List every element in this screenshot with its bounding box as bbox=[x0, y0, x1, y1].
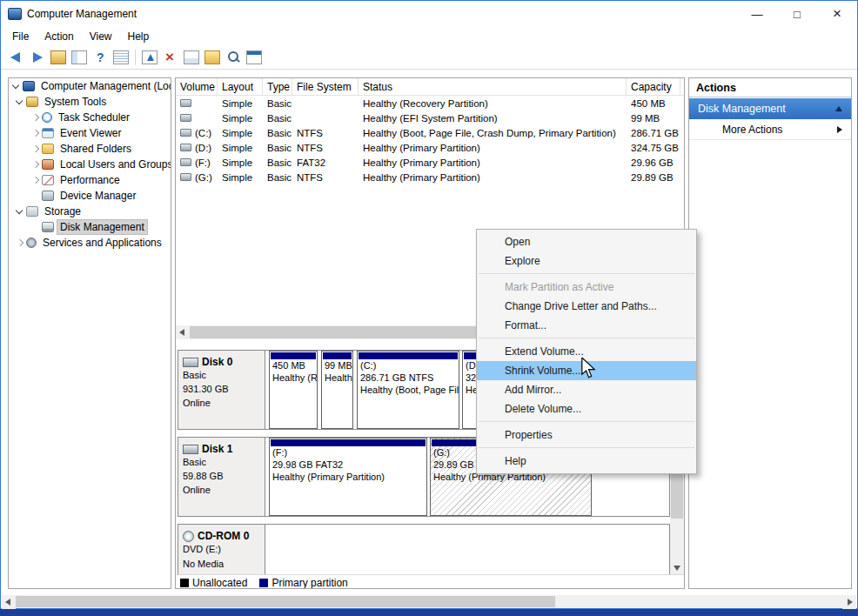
minimize-button[interactable]: — bbox=[737, 1, 777, 27]
menu-action[interactable]: Action bbox=[37, 29, 81, 44]
expand-chevron-icon[interactable] bbox=[30, 128, 42, 138]
partition-color-bar bbox=[323, 352, 352, 359]
expand-chevron-icon bbox=[30, 222, 42, 232]
column-header-layout[interactable]: Layout bbox=[218, 78, 263, 95]
show-console-tree-icon[interactable] bbox=[71, 50, 87, 64]
export-list-icon[interactable] bbox=[113, 50, 129, 64]
column-header-volume[interactable]: Volume bbox=[176, 78, 218, 95]
volume-row[interactable]: (D:) Simple Basic NTFS Healthy (Primary … bbox=[176, 140, 684, 155]
expand-chevron-icon[interactable] bbox=[30, 159, 42, 170]
expand-chevron-icon[interactable] bbox=[10, 81, 23, 91]
menu-item-explore[interactable]: Explore bbox=[477, 251, 696, 271]
cell-layout: Simple bbox=[218, 128, 263, 138]
find-icon[interactable] bbox=[225, 50, 241, 64]
menu-item-properties[interactable]: Properties bbox=[477, 425, 696, 445]
cell-capacity: 99 MB bbox=[627, 113, 680, 124]
cell-volume bbox=[176, 99, 218, 107]
menu-file[interactable]: File bbox=[4, 29, 37, 44]
tree-item-device-manager[interactable]: Device Manager bbox=[9, 188, 171, 204]
collapse-chevron-icon[interactable] bbox=[835, 106, 842, 111]
storage-icon bbox=[26, 206, 38, 217]
taskbar-strip bbox=[0, 609, 858, 616]
menu-item-add-mirror[interactable]: Add Mirror... bbox=[477, 380, 696, 399]
properties-icon[interactable] bbox=[184, 50, 199, 64]
tree-item-storage[interactable]: Storage bbox=[9, 204, 171, 219]
close-button[interactable]: × bbox=[817, 1, 857, 27]
disk-type: Basic bbox=[183, 456, 261, 469]
cell-file-system: NTFS bbox=[292, 128, 359, 138]
volume-row[interactable]: (G:) Simple Basic NTFS Healthy (Primary … bbox=[176, 170, 684, 184]
maximize-button[interactable]: □ bbox=[777, 1, 817, 27]
cell-capacity: 450 MB bbox=[627, 98, 680, 109]
column-header-type[interactable]: Type bbox=[263, 78, 292, 95]
forward-icon[interactable] bbox=[30, 50, 45, 64]
menu-view[interactable]: View bbox=[82, 29, 120, 44]
help-icon[interactable] bbox=[92, 50, 108, 64]
disk-size: 931.30 GB bbox=[183, 383, 261, 396]
tree-item-disk-management[interactable]: Disk Management bbox=[9, 219, 171, 235]
partition-block-f[interactable]: (F:) 29.98 GB FAT32 Healthy (Primary Par… bbox=[269, 438, 427, 516]
menu-item-change-drive-letter-and-paths[interactable]: Change Drive Letter and Paths... bbox=[477, 297, 696, 316]
disk-header[interactable]: Disk 0 Basic 931.30 GB Online bbox=[178, 351, 265, 429]
partition-block-efi[interactable]: 99 MB Healthy (EFI System Partition) bbox=[321, 351, 353, 429]
console-tree-panel: Computer Management (Local System Tools … bbox=[8, 77, 171, 589]
tree-item-label: Device Manager bbox=[57, 189, 138, 203]
tree-item-label: Task Scheduler bbox=[56, 110, 132, 124]
tree-item-label: Shared Folders bbox=[57, 142, 134, 156]
tree-item-task-scheduler[interactable]: Task Scheduler bbox=[9, 110, 171, 125]
tree-item-performance[interactable]: Performance bbox=[9, 172, 171, 188]
cell-type: Basic bbox=[263, 98, 292, 109]
back-icon[interactable] bbox=[9, 50, 24, 64]
window-horizontal-scrollbar[interactable] bbox=[2, 595, 856, 608]
partition-block-recovery[interactable]: 450 MB Healthy (Recovery Partition) bbox=[269, 351, 318, 429]
tree-item-services-and-applications[interactable]: Services and Applications bbox=[9, 235, 171, 251]
cell-layout: Simple bbox=[218, 157, 263, 168]
actions-panel-title: Actions bbox=[689, 78, 851, 97]
expand-chevron-icon[interactable] bbox=[14, 97, 26, 107]
cell-status: Healthy (Boot, Page File, Crash Dump, Pr… bbox=[359, 128, 627, 138]
menu-item-format[interactable]: Format... bbox=[477, 316, 696, 335]
menu-item-delete-volume[interactable]: Delete Volume... bbox=[477, 399, 696, 418]
scroll-right-button[interactable] bbox=[842, 595, 856, 609]
tree-item-system-tools[interactable]: System Tools bbox=[9, 94, 171, 110]
tree-item-event-viewer[interactable]: Event Viewer bbox=[9, 125, 171, 141]
cell-status: Healthy (Primary Partition) bbox=[359, 172, 627, 183]
scroll-left-button[interactable] bbox=[2, 595, 16, 609]
volume-row[interactable]: Simple Basic Healthy (EFI System Partiti… bbox=[176, 110, 684, 125]
volume-row[interactable]: (C:) Simple Basic NTFS Healthy (Boot, Pa… bbox=[176, 125, 684, 140]
legend-label-primary-partition: Primary partition bbox=[271, 577, 347, 589]
actions-more-actions[interactable]: More Actions bbox=[689, 119, 851, 140]
volume-row[interactable]: Simple Basic Healthy (Recovery Partition… bbox=[176, 96, 684, 110]
actions-section-disk-management[interactable]: Disk Management bbox=[689, 98, 851, 119]
column-header-file-system[interactable]: File System bbox=[292, 78, 359, 95]
partition-context-menu: Open Explore Mark Partition as Active Ch… bbox=[476, 229, 697, 474]
open-folder-icon[interactable] bbox=[204, 50, 220, 64]
cdrom-header[interactable]: CD-ROM 0 DVD (E:) No Media bbox=[178, 525, 265, 574]
menu-item-open[interactable]: Open bbox=[477, 232, 696, 251]
tree-item-computer-management[interactable]: Computer Management (Local bbox=[9, 78, 171, 94]
menu-help[interactable]: Help bbox=[120, 29, 158, 44]
scrollbar-thumb[interactable] bbox=[16, 596, 555, 607]
column-header-status[interactable]: Status bbox=[359, 78, 627, 95]
menu-item-help[interactable]: Help bbox=[477, 452, 696, 471]
primary-partition-color-swatch bbox=[259, 579, 268, 587]
up-level-icon[interactable] bbox=[50, 50, 66, 64]
import-list-icon[interactable] bbox=[142, 50, 158, 64]
scroll-left-button[interactable] bbox=[176, 325, 190, 339]
tree-item-shared-folders[interactable]: Shared Folders bbox=[9, 141, 171, 157]
expand-chevron-icon[interactable] bbox=[14, 206, 26, 217]
volume-row[interactable]: (F:) Simple Basic FAT32 Healthy (Primary… bbox=[176, 155, 684, 170]
expand-chevron-icon[interactable] bbox=[30, 144, 42, 154]
cell-capacity: 324.75 GB bbox=[627, 143, 680, 153]
disk-header[interactable]: Disk 1 Basic 59.88 GB Online bbox=[178, 438, 265, 516]
expand-chevron-icon[interactable] bbox=[30, 112, 42, 123]
cell-capacity: 29.96 GB bbox=[627, 157, 680, 168]
partition-block-c[interactable]: (C:) 286.71 GB NTFS Healthy (Boot, Page … bbox=[357, 351, 459, 429]
scroll-down-button[interactable] bbox=[670, 560, 684, 574]
delete-icon[interactable] bbox=[163, 50, 178, 64]
tree-item-local-users-and-groups[interactable]: Local Users and Groups bbox=[9, 157, 171, 172]
expand-chevron-icon[interactable] bbox=[14, 238, 26, 248]
console-window-icon[interactable] bbox=[246, 50, 262, 64]
expand-chevron-icon[interactable] bbox=[30, 175, 42, 185]
column-header-capacity[interactable]: Capacity bbox=[627, 78, 680, 95]
